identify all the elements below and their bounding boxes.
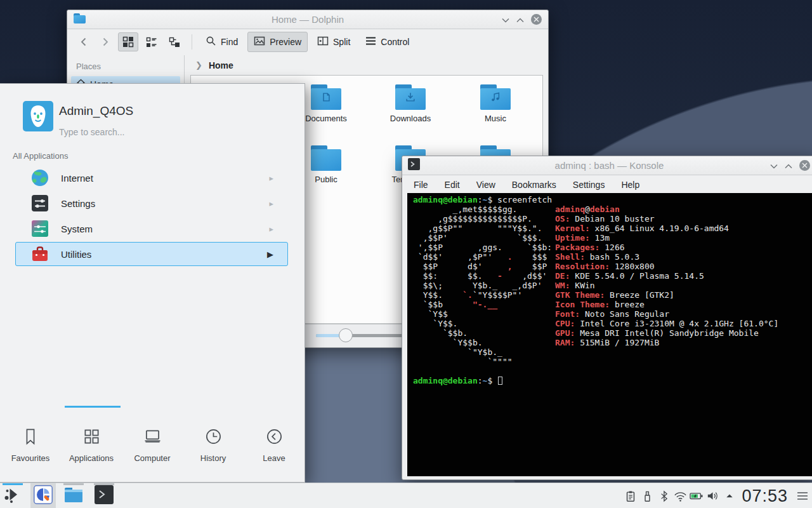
folder-music[interactable]: Music bbox=[461, 84, 530, 123]
konsole-window: adminq : bash — Konsole FileEditViewBook… bbox=[402, 156, 812, 480]
menu-view[interactable]: View bbox=[476, 180, 495, 190]
menu-file[interactable]: File bbox=[414, 180, 428, 190]
terminal-area[interactable]: adminq@debian:~$ screenfetch _,met$$$$$g… bbox=[407, 193, 812, 476]
control-button[interactable]: Control bbox=[360, 33, 415, 51]
tab-applications[interactable]: Applications bbox=[61, 417, 122, 472]
terminal-command-line: adminq@debian:~$ screenfetch bbox=[413, 195, 812, 204]
q4os-logo-icon bbox=[34, 485, 53, 507]
breadcrumb: ❯ Home bbox=[185, 55, 548, 75]
submenu-arrow-icon: ▸ bbox=[269, 224, 273, 234]
forward-button[interactable] bbox=[96, 34, 114, 50]
preview-image-icon bbox=[254, 36, 265, 48]
folder-label: Music bbox=[461, 114, 530, 123]
all-applications-header: All Applications bbox=[13, 151, 68, 161]
tray-device-notifier-icon[interactable] bbox=[639, 483, 655, 508]
back-button[interactable] bbox=[75, 34, 93, 50]
dolphin-task-button[interactable] bbox=[61, 483, 86, 508]
preview-button[interactable]: Preview bbox=[247, 32, 308, 52]
tab-favourites[interactable]: Favourites bbox=[0, 417, 61, 472]
tab-label: Favourites bbox=[0, 453, 61, 463]
screenfetch-output: _,met$$$$$gg. ,g$$$$$$$$$$$$$$$P. ,g$$P"… bbox=[413, 204, 812, 366]
submenu-arrow-icon: ▸ bbox=[269, 173, 273, 183]
dolphin-close-button[interactable] bbox=[531, 14, 542, 25]
konsole-menubar: FileEditViewBookmarksSettingsHelp bbox=[402, 175, 812, 194]
icons-view-button[interactable] bbox=[118, 32, 138, 51]
konsole-maximize-button[interactable] bbox=[785, 160, 792, 171]
split-view-icon bbox=[317, 36, 329, 48]
tab-label: Applications bbox=[61, 453, 122, 463]
search-icon bbox=[206, 36, 216, 48]
launcher-item-settings[interactable]: Settings▸ bbox=[15, 191, 288, 215]
tray-expand-arrow-icon[interactable] bbox=[721, 483, 738, 508]
dolphin-titlebar[interactable]: Home — Dolphin bbox=[67, 10, 548, 29]
taskbar-panel: 07:53 bbox=[0, 483, 812, 508]
tray-network-icon[interactable] bbox=[672, 483, 688, 508]
launcher-item-label: Internet bbox=[61, 173, 93, 184]
app-launcher-button[interactable] bbox=[0, 483, 25, 508]
desktop: Home — Dolphin Find bbox=[0, 0, 812, 508]
dolphin-app-icon bbox=[74, 13, 86, 26]
launcher-item-label: System bbox=[61, 224, 93, 234]
plasma-launcher-icon bbox=[4, 486, 22, 506]
tray-bluetooth-icon[interactable] bbox=[655, 483, 672, 508]
toolbox-icon bbox=[30, 244, 50, 264]
konsole-terminal-icon bbox=[95, 485, 114, 507]
breadcrumb-home[interactable]: Home bbox=[209, 60, 233, 70]
tree-view-button[interactable] bbox=[165, 33, 184, 51]
dolphin-maximize-button[interactable] bbox=[516, 14, 524, 25]
konsole-titlebar[interactable]: adminq : bash — Konsole bbox=[402, 156, 812, 175]
folder-downloads[interactable]: Downloads bbox=[376, 84, 445, 123]
zoom-slider-handle[interactable] bbox=[339, 328, 353, 342]
launcher-item-internet[interactable]: Internet▸ bbox=[15, 166, 288, 190]
submenu-arrow-icon: ▶ bbox=[267, 250, 273, 259]
taskbar-clock[interactable]: 07:53 bbox=[742, 486, 788, 506]
konsole-task-button[interactable] bbox=[91, 483, 117, 508]
tray-volume-icon[interactable] bbox=[705, 483, 721, 508]
tray-clipboard-icon[interactable] bbox=[622, 483, 639, 508]
q4os-menu-button[interactable] bbox=[30, 483, 56, 508]
leave-icon bbox=[244, 428, 304, 447]
menu-edit[interactable]: Edit bbox=[445, 180, 460, 190]
launcher-category-list: Internet▸Settings▸System▸Utilities▶ bbox=[0, 164, 304, 267]
application-launcher-popup: Admin_Q4OS All Applications Internet▸Set… bbox=[0, 83, 305, 483]
konsole-close-button[interactable] bbox=[799, 160, 810, 171]
launcher-item-label: Utilities bbox=[61, 249, 91, 260]
toolbar-separator bbox=[192, 34, 192, 50]
konsole-window-title: adminq : bash — Konsole bbox=[402, 160, 812, 171]
tab-history[interactable]: History bbox=[183, 417, 244, 472]
tab-leave[interactable]: Leave bbox=[244, 417, 304, 472]
submenu-arrow-icon: ▸ bbox=[269, 199, 273, 208]
bookmark-icon bbox=[0, 428, 61, 447]
split-button[interactable]: Split bbox=[311, 32, 356, 51]
hamburger-icon bbox=[365, 36, 376, 48]
task-indicator bbox=[94, 483, 114, 485]
control-label: Control bbox=[381, 37, 409, 47]
system-tray: 07:53 bbox=[622, 483, 812, 508]
find-button[interactable]: Find bbox=[200, 32, 244, 51]
dolphin-minimize-button[interactable] bbox=[502, 14, 509, 25]
dolphin-folder-icon bbox=[64, 486, 83, 505]
terminal-cursor bbox=[498, 377, 502, 385]
menu-bookmarks[interactable]: Bookmarks bbox=[512, 180, 556, 190]
user-name: Admin_Q4OS bbox=[59, 104, 249, 118]
tab-computer[interactable]: Computer bbox=[122, 417, 183, 472]
launcher-item-system[interactable]: System▸ bbox=[15, 217, 288, 241]
places-header: Places bbox=[67, 55, 184, 76]
panel-menu-hamburger-icon[interactable] bbox=[793, 483, 812, 508]
konsole-minimize-button[interactable] bbox=[770, 160, 778, 171]
task-indicator bbox=[3, 483, 23, 485]
launcher-item-utilities[interactable]: Utilities▶ bbox=[15, 242, 288, 266]
tray-battery-icon[interactable] bbox=[688, 483, 705, 508]
details-view-button[interactable] bbox=[142, 33, 161, 51]
preview-label: Preview bbox=[270, 37, 301, 47]
menu-settings[interactable]: Settings bbox=[573, 180, 605, 190]
system-info-column: adminq@debianOS: Debian 10 busterKernel:… bbox=[555, 204, 778, 366]
folder-icon bbox=[480, 84, 511, 110]
search-input[interactable] bbox=[59, 127, 249, 137]
laptop-icon bbox=[122, 428, 183, 447]
user-avatar[interactable] bbox=[23, 101, 53, 131]
clock-icon bbox=[183, 428, 244, 447]
globe-icon bbox=[30, 168, 50, 188]
menu-help[interactable]: Help bbox=[621, 180, 639, 190]
folder-icon bbox=[395, 84, 426, 110]
